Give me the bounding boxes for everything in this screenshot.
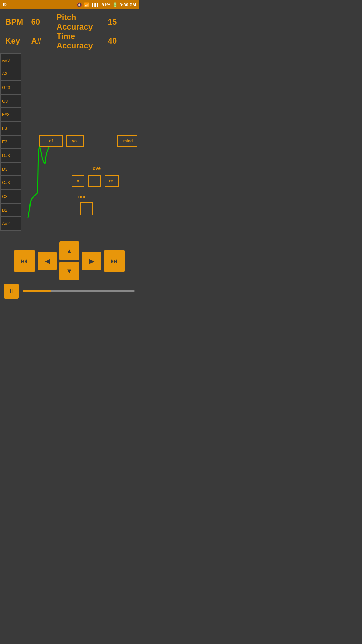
status-bar-left: 🖼 bbox=[3, 2, 7, 7]
gallery-icon: 🖼 bbox=[3, 2, 7, 7]
status-bar: 🖼 🔇 📶 ▌▌▌ 81% 🔋 3:30 PM bbox=[0, 0, 139, 9]
bpm-label: BPM bbox=[5, 17, 31, 27]
key-value: A# bbox=[31, 36, 56, 46]
note-label-Fs3: F#3 bbox=[2, 112, 9, 117]
note-label-Ds3: D#3 bbox=[2, 153, 10, 158]
note-label-As2: A#2 bbox=[2, 221, 10, 226]
note-label-F3: F3 bbox=[2, 126, 7, 131]
note-row-Ds3: D#3 bbox=[0, 149, 21, 162]
note-row-F3: F3 bbox=[0, 121, 21, 135]
note-box-mind: -mind bbox=[117, 135, 137, 147]
battery-icon: 🔋 bbox=[112, 2, 118, 7]
status-time: 3:30 PM bbox=[120, 2, 136, 7]
next-button[interactable]: ▶ bbox=[82, 252, 101, 270]
prev-button[interactable]: ◀ bbox=[38, 252, 57, 270]
note-row-E3: E3 bbox=[0, 135, 21, 149]
note-labels: A#3A3G#3G3F#3F3E3D#3D3C#3C3B2A#2 bbox=[0, 53, 21, 231]
grid-area[interactable]: of yo- -mind n -o- re- love bbox=[21, 53, 139, 231]
pitch-accuracy-value: 15 bbox=[108, 17, 133, 27]
note-label-C3: C3 bbox=[2, 194, 8, 199]
scroll-up-button[interactable]: ▲ bbox=[59, 241, 79, 260]
header-info: BPM 60 Pitch Accuracy 15 Key A# Time Acc… bbox=[0, 9, 139, 53]
note-label-As3: A#3 bbox=[2, 58, 10, 63]
floating-our: -our bbox=[77, 194, 86, 199]
note-row-A3: A3 bbox=[0, 67, 21, 81]
fast-forward-button[interactable]: ⏭ bbox=[104, 250, 125, 272]
mute-icon: 🔇 bbox=[77, 2, 82, 7]
time-accuracy-value: 40 bbox=[108, 36, 133, 46]
note-label-G3: G3 bbox=[2, 99, 8, 104]
note-box-empty1 bbox=[88, 175, 101, 187]
progress-bar[interactable] bbox=[23, 290, 135, 292]
battery-level: 81% bbox=[102, 2, 110, 7]
note-box-our bbox=[80, 202, 93, 215]
note-row-Cs3: C#3 bbox=[0, 176, 21, 190]
note-box-yo: yo- bbox=[66, 135, 84, 147]
note-row-D3: D3 bbox=[0, 162, 21, 176]
rewind-button[interactable]: ⏮ bbox=[14, 250, 35, 272]
transport-area: ⏮ ◀ ▲ ▼ ▶ ⏭ bbox=[0, 241, 139, 280]
note-label-E3: E3 bbox=[2, 139, 7, 144]
signal-icon: ▌▌▌ bbox=[92, 3, 99, 7]
time-accuracy-label: Time Accuracy bbox=[57, 32, 108, 50]
wifi-icon: 📶 bbox=[84, 2, 89, 7]
note-row-Fs3: F#3 bbox=[0, 108, 21, 121]
note-row-As2: A#2 bbox=[0, 217, 21, 230]
pause-button[interactable]: ⏸ bbox=[4, 284, 19, 299]
piano-roll: A#3A3G#3G3F#3F3E3D#3D3C#3C3B2A#2 of yo- … bbox=[0, 53, 139, 231]
pitch-accuracy-label: Pitch Accuracy bbox=[57, 13, 108, 32]
key-label: Key bbox=[5, 36, 31, 46]
bpm-value: 60 bbox=[31, 17, 56, 27]
note-box-re: re- bbox=[105, 175, 119, 187]
note-label-Cs3: C#3 bbox=[2, 180, 10, 185]
scroll-down-button[interactable]: ▼ bbox=[59, 262, 79, 280]
note-row-B2: B2 bbox=[0, 203, 21, 217]
note-row-G3: G3 bbox=[0, 94, 21, 108]
note-label-Gs3: G#3 bbox=[2, 85, 10, 90]
note-label-B2: B2 bbox=[2, 208, 7, 213]
note-box-o: -o- bbox=[72, 175, 84, 187]
bottom-bar: ⏸ bbox=[0, 282, 139, 301]
note-label-D3: D3 bbox=[2, 167, 8, 172]
note-box-of: of bbox=[39, 135, 63, 147]
note-row-As3: A#3 bbox=[0, 53, 21, 67]
note-label-A3: A3 bbox=[2, 71, 7, 76]
note-row-Gs3: G#3 bbox=[0, 80, 21, 94]
transport-center: ▲ ▼ bbox=[59, 241, 79, 280]
progress-bar-fill bbox=[23, 290, 51, 292]
floating-love: love bbox=[91, 166, 101, 171]
note-row-C3: C3 bbox=[0, 190, 21, 203]
playhead bbox=[38, 53, 38, 231]
